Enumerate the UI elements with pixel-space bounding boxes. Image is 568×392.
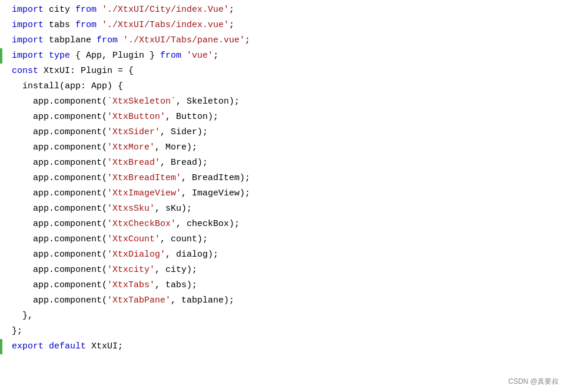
token-string: 'XtxBreadItem' [107,173,181,183]
token-normal: { App, Plugin } [70,51,160,61]
token-string: 'XtxButton' [107,112,165,122]
line-indicator [0,201,2,217]
line-content: install(app: App) { [0,79,129,94]
line-indicator [0,18,2,33]
token-kw: from [97,35,118,45]
line-indicator [0,48,2,64]
line-indicator [0,2,2,18]
token-string: 'XtxCount' [107,234,160,244]
code-line: import city from './XtxUI/City/index.Vue… [0,2,568,18]
line-content: app.component('XtxMore', More); [0,141,203,155]
line-indicator [0,339,2,354]
token-string: 'XtxTabPane' [107,295,171,305]
code-line: app.component('XtxTabs', tabs); [0,278,568,293]
token-string: 'XtxTabs' [107,280,155,290]
code-line: }; [0,324,568,339]
code-lines: import city from './XtxUI/City/index.Vue… [0,2,568,354]
code-line: const XtxUI: Plugin = { [0,64,568,79]
code-line: app.component('XtxBreadItem', BreadItem)… [0,171,568,186]
code-line: install(app: App) { [0,79,568,94]
line-content: app.component('XtxButton', Button); [0,110,224,124]
line-content: import city from './XtxUI/City/index.Vue… [0,3,240,17]
token-normal: app.component( [12,158,107,168]
line-content: app.component('XtxBreadItem', BreadItem)… [0,171,256,185]
line-content: app.component('XtxSider', Sider); [0,125,214,139]
token-normal: ; [213,51,218,61]
token-normal: app.component( [12,127,107,137]
line-content: }, [0,309,39,323]
token-normal: app.component( [12,280,107,290]
code-line: import type { App, Plugin } from 'vue'; [0,48,568,64]
token-normal: app.component( [12,219,107,229]
code-line: app.component('XtxCheckBox', checkBox); [0,217,568,232]
token-normal: app.component( [12,112,107,122]
line-indicator [0,94,2,109]
token-normal: , BreadItem); [181,173,250,183]
token-normal: , Sider); [160,127,208,137]
token-normal: tabplane [44,35,97,45]
code-line: app.component('XtxsSku', sKu); [0,201,568,217]
token-normal: , dialog); [165,250,218,260]
line-content: app.component('XtxsSku', sKu); [0,202,198,216]
line-indicator [0,308,2,324]
line-content: app.component('XtxDialog', dialog); [0,248,224,262]
token-normal: tabs [44,20,75,30]
token-kw: from [160,51,181,61]
token-string: './XtxUI/Tabs/pane.vue' [123,35,245,45]
token-string: './XtxUI/Tabs/index.vue' [102,20,229,30]
line-content: import tabs from './XtxUI/Tabs/index.vue… [0,18,240,32]
token-string: 'XtxMore' [107,142,155,152]
code-line: app.component('Xtxcity', city); [0,263,568,278]
token-normal: install(app: App) { [12,81,123,91]
line-content: app.component(`XtxSkeleton`, Skeleton); [0,95,245,109]
token-kw: default [49,341,86,351]
token-kw: import [12,35,44,45]
token-normal [118,35,123,45]
token-normal [181,51,187,61]
line-indicator [0,278,2,293]
line-content: }; [0,324,28,338]
token-normal: ; [229,5,234,15]
token-normal: ; [245,35,250,45]
line-indicator [0,324,2,339]
line-indicator [0,109,2,125]
line-content: app.component('XtxCheckBox', checkBox); [0,217,245,231]
code-line: import tabplane from './XtxUI/Tabs/pane.… [0,33,568,48]
line-indicator [0,232,2,247]
token-normal: app.component( [12,97,107,107]
code-line: }, [0,308,568,324]
token-normal: city [44,5,75,15]
token-normal: app.component( [12,142,107,152]
token-normal: , ImageView); [181,188,250,198]
line-indicator [0,263,2,278]
token-normal: , Skeleton); [176,97,240,107]
line-indicator [0,125,2,140]
line-indicator [0,155,2,171]
line-indicator [0,217,2,232]
watermark: CSDN @真要叔 [508,376,559,387]
token-normal: app.component( [12,173,107,183]
line-content: const XtxUI: Plugin = { [0,64,139,78]
token-normal: , city); [155,265,197,275]
code-line: app.component('XtxImageView', ImageView)… [0,186,568,201]
token-kw: const [12,66,38,76]
code-line: import tabs from './XtxUI/Tabs/index.vue… [0,18,568,33]
code-editor: import city from './XtxUI/City/index.Vue… [0,0,568,392]
token-normal: app.component( [12,204,107,214]
token-normal: ; [229,20,234,30]
line-content: export default XtxUI; [0,340,129,354]
token-kw: import [12,5,44,15]
token-normal: , Bread); [160,158,208,168]
token-normal [44,341,49,351]
line-indicator [0,140,2,155]
token-string: 'Xtxcity' [107,265,155,275]
token-kw: import [12,51,44,61]
token-kw: import [12,20,44,30]
token-normal: app.component( [12,295,107,305]
token-normal: , Button); [165,112,218,122]
line-content: import tabplane from './XtxUI/Tabs/pane.… [0,34,256,48]
line-content: app.component('XtxCount', count); [0,232,214,247]
token-string: 'XtxDialog' [107,250,165,260]
token-kw: export [12,341,44,351]
line-indicator [0,79,2,94]
